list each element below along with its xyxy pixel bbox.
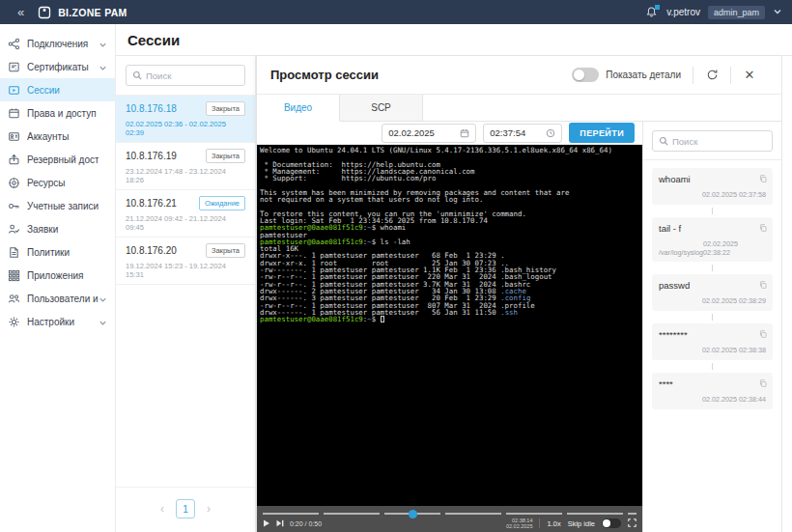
command-card[interactable]: tail - f /var/log/syslog 02.02.2025 02:3… — [652, 217, 773, 262]
sidebar-item-backup[interactable]: Резервный доступ — [0, 148, 115, 171]
sidebar-item-connections[interactable]: Подключения — [0, 32, 115, 55]
command-timestamp: 02.02.2025 02:38:38 — [702, 346, 766, 354]
command-connector — [712, 314, 713, 321]
sidebar-item-applications[interactable]: Приложения — [0, 264, 115, 287]
time-field[interactable]: 02:37:54 — [483, 124, 562, 143]
command-card[interactable]: ******** 02.02.2025 02:38:38 — [652, 323, 773, 360]
app-title: BI.ZONE PAM — [58, 7, 127, 18]
sessions-search-input[interactable] — [146, 70, 239, 81]
command-timestamp: 02.02.2025 02:38:22 — [703, 239, 766, 257]
skip-idle-toggle[interactable] — [602, 518, 621, 528]
session-list-item[interactable]: 10.8.176.19 Закрыта 23.12.2024 17:48 - 2… — [116, 143, 255, 190]
session-list-item[interactable]: 10.8.176.21 Ожидание 21.12.2024 09:42 - … — [116, 190, 255, 238]
terminal-video[interactable]: Welcome to Ubuntu 24.04.1 LTS (GNU/Linux… — [257, 145, 642, 506]
chevron-down-icon — [99, 63, 107, 71]
copy-icon[interactable] — [759, 279, 767, 291]
sidebar-item-sessions[interactable]: Сессии — [0, 78, 115, 101]
backup-access-icon — [8, 154, 20, 166]
resources-icon — [8, 177, 20, 189]
session-period: 21.12.2024 09:42 - 21.12.2024 09:45 — [126, 214, 245, 232]
show-details-toggle[interactable] — [572, 68, 599, 82]
notification-badge — [655, 5, 660, 10]
date-field[interactable]: 02.02.2025 — [382, 124, 476, 143]
command-connector — [712, 363, 713, 370]
clock-icon — [546, 128, 555, 138]
copy-icon[interactable] — [759, 328, 767, 340]
fullscreen-icon[interactable] — [628, 518, 636, 529]
sidebar-item-certificates[interactable]: Сертификаты — [0, 55, 115, 78]
sidebar-item-accounts[interactable]: Аккаунты — [0, 125, 115, 148]
sidebar-collapse-button[interactable]: « — [17, 5, 24, 19]
playback-speed[interactable]: 1.0x — [547, 519, 560, 528]
sidebar-item-settings[interactable]: Настройки — [0, 310, 115, 333]
notifications-bell-icon[interactable] — [645, 6, 659, 19]
command-card[interactable]: whoami 02.02.2025 02:37:58 — [652, 168, 773, 205]
pagination: ‹ 1 › — [116, 487, 255, 532]
command-timestamp: 02.02.2025 02:37:58 — [702, 190, 766, 199]
certificates-icon — [8, 61, 20, 73]
sessions-search[interactable] — [126, 65, 245, 86]
sidebar-item-rights[interactable]: Права и доступ — [0, 101, 115, 125]
policies-icon — [8, 246, 20, 259]
close-icon[interactable]: ✕ — [731, 68, 768, 82]
refresh-icon[interactable] — [693, 69, 730, 81]
settings-icon — [8, 316, 20, 328]
player-progress-bar[interactable] — [263, 513, 636, 515]
top-bar: « BI.ZONE PAM v.petrov admin_pam — [0, 0, 792, 24]
page-header: Сессии — [116, 24, 792, 56]
session-ip: 10.8.176.18 — [126, 103, 177, 114]
accounts-icon — [8, 130, 20, 143]
session-status-badge: Ожидание — [199, 196, 245, 210]
search-icon — [132, 70, 142, 80]
applications-icon — [8, 269, 20, 282]
commands-search[interactable] — [652, 130, 773, 152]
command-connector — [712, 208, 713, 214]
chevron-down-icon — [99, 294, 107, 303]
sidebar-item-resources[interactable]: Ресурсы — [0, 171, 115, 194]
session-status-badge: Закрыта — [206, 243, 245, 258]
search-icon — [659, 136, 668, 146]
session-status-badge: Закрыта — [206, 149, 245, 163]
chevron-down-icon — [99, 40, 107, 48]
command-timestamp: 02.02.2025 02:38:29 — [702, 296, 766, 305]
command-card[interactable]: **** 02.02.2025 02:38:44 — [652, 373, 773, 409]
pagination-current-page[interactable]: 1 — [176, 499, 195, 518]
copy-icon[interactable] — [759, 378, 767, 389]
session-ip: 10.8.176.19 — [126, 151, 177, 161]
session-ip: 10.8.176.21 — [126, 198, 177, 209]
commands-search-input[interactable] — [672, 136, 766, 147]
copy-icon[interactable] — [759, 222, 767, 234]
sidebar: Подключения Сертификаты Сессии Права и д… — [0, 24, 116, 532]
command-text: passwd — [659, 280, 766, 291]
user-name: v.petrov — [666, 7, 700, 17]
tab-scp[interactable]: SCP — [340, 95, 423, 121]
session-list-item[interactable]: 10.8.176.20 Закрыта 19.12.2024 15:23 - 1… — [116, 238, 255, 285]
sidebar-item-policies[interactable]: Политики — [0, 240, 115, 264]
sidebar-item-requests[interactable]: Заявки — [0, 217, 115, 240]
sidebar-item-users-groups[interactable]: Пользователи и гр... — [0, 287, 115, 310]
pagination-prev-button[interactable]: ‹ — [160, 502, 164, 516]
command-text: ******** — [659, 329, 766, 340]
chevron-down-icon — [99, 318, 107, 326]
copy-icon[interactable] — [759, 173, 767, 184]
page-title: Сессии — [127, 32, 180, 48]
play-icon[interactable] — [263, 519, 270, 527]
pagination-next-button[interactable]: › — [207, 502, 211, 516]
tab-video[interactable]: Видео — [257, 95, 340, 122]
command-card[interactable]: passwd 02.02.2025 02:38:29 — [652, 274, 773, 311]
user-menu-chevron-down-icon[interactable] — [773, 7, 782, 18]
session-period: 02.02.2025 02:36 - 02.02.2025 02:39 — [126, 120, 245, 137]
bizone-logo-icon — [38, 6, 51, 19]
go-button[interactable]: ПЕРЕЙТИ — [569, 123, 635, 143]
session-status-badge: Закрыта — [206, 101, 245, 116]
session-list-item[interactable]: 10.8.176.18 Закрыта 02.02.2025 02:36 - 0… — [116, 95, 255, 143]
users-groups-icon — [8, 293, 20, 305]
command-text: tail - f — [659, 223, 766, 234]
calendar-icon — [460, 128, 469, 138]
sidebar-item-credentials[interactable]: Учетные записи — [0, 194, 115, 217]
sessions-list-panel: 10.8.176.18 Закрыта 02.02.2025 02:36 - 0… — [116, 56, 256, 532]
step-forward-icon[interactable] — [276, 519, 284, 527]
viewer-title: Просмотр сессии — [270, 68, 379, 82]
session-ip: 10.8.176.20 — [126, 245, 177, 256]
session-period: 19.12.2024 15:23 - 19.12.2024 15:31 — [126, 262, 245, 279]
